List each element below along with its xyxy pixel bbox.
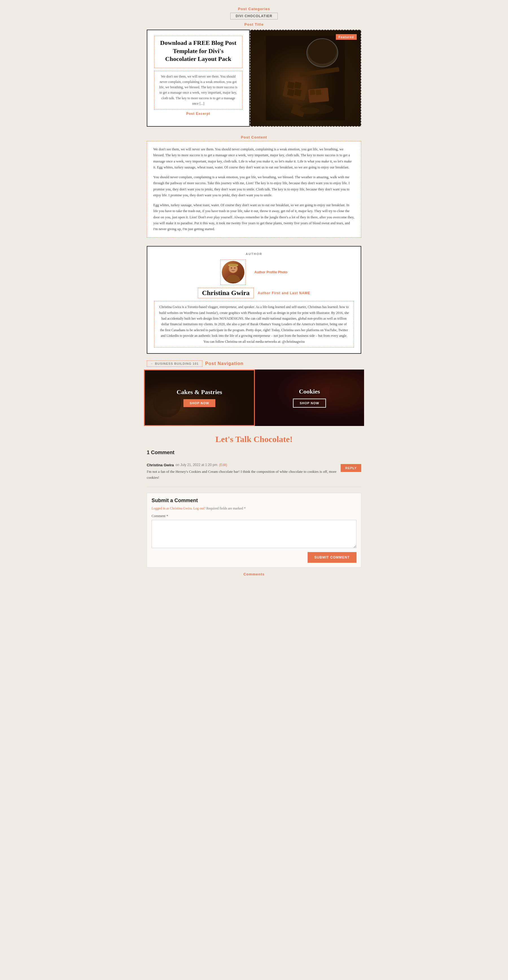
comment-author-row: Christina Gwira on July 21, 2022 at 1:20…	[147, 463, 337, 467]
logged-in-link[interactable]: Logged in as Christina Gwira.	[151, 506, 193, 510]
submit-comment-button[interactable]: SUBMIT COMMENT	[307, 552, 357, 563]
author-name-label: Author First and Last NAME	[258, 291, 310, 295]
svg-point-14	[297, 107, 320, 114]
post-nav-title: Post Navigation	[205, 361, 244, 366]
svg-rect-25	[156, 392, 178, 409]
nav-card-cookies[interactable]: Cookies SHOP NOW	[255, 369, 364, 426]
nav-card-cookies-content: Cookies SHOP NOW	[293, 388, 326, 407]
comments-bottom-label: Comments	[147, 572, 361, 576]
submit-comment-section: Submit a Comment Logged in as Christina …	[147, 493, 361, 568]
svg-point-18	[231, 267, 232, 269]
comment-author-name: Christina Gwira	[147, 463, 174, 467]
comment-date: on July 21, 2022 at 1:20 pm	[175, 463, 217, 467]
post-card-row: Download a FREE Blog Post Template for D…	[147, 30, 361, 127]
comment-item: Christina Gwira on July 21, 2022 at 1:20…	[147, 459, 361, 487]
log-out-link[interactable]: Log out?	[193, 506, 205, 510]
category-badge[interactable]: DIVI CHOCOLATIER	[230, 13, 278, 19]
comment-text: I'm not a fan of the Hersey's Cookies an…	[147, 469, 337, 481]
post-navigation-section: ← BUSINESS BUILDING 101 Post Navigation	[147, 361, 361, 367]
submit-comment-title: Submit a Comment	[151, 498, 357, 504]
post-categories-label: Post Categories	[144, 7, 364, 11]
svg-point-27	[330, 377, 360, 407]
post-excerpt-text: We don't see them, we will never see the…	[158, 74, 238, 107]
comment-item-content: Christina Gwira on July 21, 2022 at 1:20…	[147, 463, 337, 483]
svg-point-19	[234, 267, 236, 269]
comment-field-label: Comment *	[151, 514, 357, 518]
reply-button[interactable]: REPLY	[341, 464, 361, 472]
nav-card-cookies-btn[interactable]: SHOP NOW	[293, 399, 326, 407]
comment-count: 1 Comment	[147, 450, 361, 456]
svg-rect-6	[295, 81, 302, 89]
nav-card-cookies-title: Cookies	[299, 388, 320, 395]
author-silhouette	[225, 262, 242, 282]
post-content-label: Post Content	[147, 135, 361, 139]
nav-card-cakes-btn[interactable]: SHOP NOW	[183, 399, 215, 407]
author-name: Christina Gwira	[202, 289, 250, 296]
post-content-box: We don't see them, we will never see the…	[147, 141, 361, 237]
svg-rect-11	[316, 89, 322, 95]
chocolate-illustration	[266, 36, 345, 121]
post-title-section-label: Post Title	[244, 22, 264, 27]
svg-rect-10	[310, 89, 315, 95]
required-fields-text: Required fields are marked *	[206, 506, 245, 510]
logged-in-text: Logged in as Christina Gwira. Log out? R…	[151, 506, 357, 511]
author-label: AUTHOR	[154, 252, 354, 256]
author-name-box: Christina Gwira	[198, 288, 254, 298]
nav-card-cakes-title: Cakes & Pastries	[177, 388, 222, 396]
author-section: AUTHOR Author Profile Photo	[147, 246, 361, 354]
post-excerpt-box: We don't see them, we will never see the…	[154, 71, 242, 110]
post-content-p1: We don't see them, we will never see the…	[153, 146, 355, 170]
post-title: Download a FREE Blog Post Template for D…	[158, 39, 238, 63]
nav-cards-row: Cakes & Pastries SHOP NOW Cookies SHOP N…	[144, 369, 364, 426]
svg-rect-7	[287, 89, 295, 96]
post-featured-image: Featured	[250, 30, 361, 127]
nav-card-cakes-content: Cakes & Pastries SHOP NOW	[177, 388, 222, 407]
post-content-p3: Egg whites, turkey sausage, wheat toast,…	[153, 202, 355, 232]
chocolate-image-bg	[250, 30, 361, 126]
svg-rect-8	[295, 89, 302, 96]
svg-point-2	[308, 39, 336, 64]
svg-rect-21	[230, 264, 237, 266]
featured-badge: Featured	[336, 34, 357, 40]
comment-textarea[interactable]	[151, 520, 357, 548]
author-photo-label: Author Profile Photo	[254, 270, 287, 274]
submit-btn-row: SUBMIT COMMENT	[151, 552, 357, 563]
post-categories-section: Post Categories DIVI CHOCOLATIER	[144, 0, 364, 19]
svg-point-16	[226, 275, 240, 282]
post-content-section: Post Content We don't see them, we will …	[147, 135, 361, 237]
author-bio: Christina Gwira is a Toronto-based vlogg…	[154, 301, 354, 348]
comments-section: Let's Talk Chocolate! 1 Comment Christin…	[147, 434, 361, 576]
post-nav-back-link[interactable]: ← BUSINESS BUILDING 101	[147, 361, 202, 367]
lets-talk-title: Let's Talk Chocolate!	[147, 434, 361, 444]
svg-rect-5	[287, 81, 295, 89]
post-excerpt-label: Post Excerpt	[154, 112, 242, 116]
comment-edit-link[interactable]: (Edit)	[219, 463, 227, 467]
post-title-box: Download a FREE Blog Post Template for D…	[154, 36, 242, 68]
nav-card-cakes[interactable]: Cakes & Pastries SHOP NOW	[144, 369, 255, 426]
post-card-left: Download a FREE Blog Post Template for D…	[147, 30, 250, 127]
author-avatar	[222, 261, 244, 283]
post-content-p2: You should never complain, complaining i…	[153, 174, 355, 198]
author-photo-wrapper	[220, 259, 246, 285]
